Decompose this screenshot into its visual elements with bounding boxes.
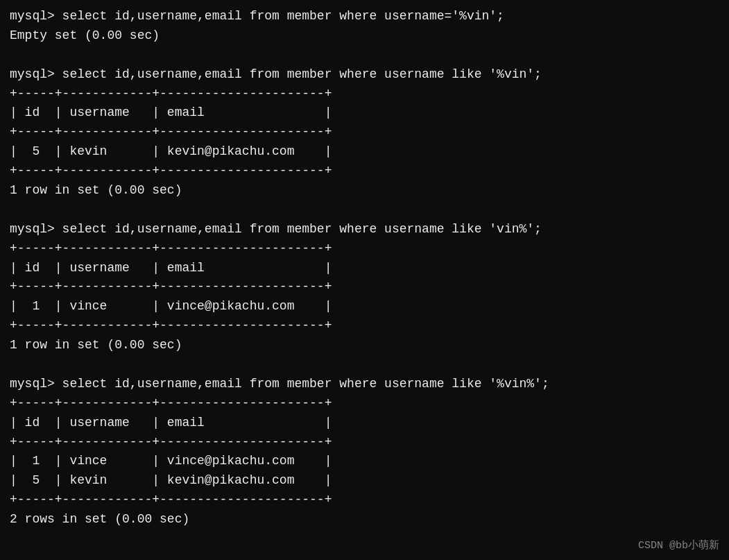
terminal-window: mysql> select id,username,email from mem…	[0, 0, 729, 560]
watermark: CSDN @bb小萌新	[638, 538, 719, 552]
terminal-output: mysql> select id,username,email from mem…	[10, 7, 719, 529]
